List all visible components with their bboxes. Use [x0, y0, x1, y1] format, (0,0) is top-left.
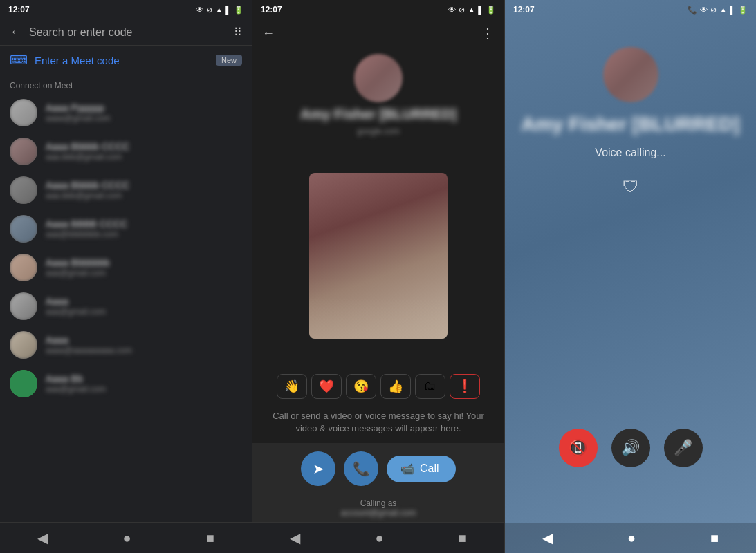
contact-email: aaa.bbb@gmail.com [46, 152, 242, 162]
status-time-middle: 12:07 [261, 5, 282, 15]
send-button[interactable]: ➤ [301, 451, 335, 486]
list-item[interactable]: Aaaa aaaa@aaaaaaaaa.com [0, 326, 252, 364]
chat-header: ← ⋮ [252, 19, 504, 47]
back-nav-icon[interactable]: ◀ [542, 529, 553, 546]
signal-icon: ▌ [225, 6, 231, 14]
call-label: Call [420, 462, 439, 475]
eye-icon: 👁 [700, 6, 708, 14]
status-bar-left: 12:07 👁 ⊘ ▲ ▌ 🔋 [0, 0, 252, 19]
block-icon: ⊘ [459, 6, 465, 15]
contact-name: Aaaa [46, 296, 242, 307]
back-nav-icon[interactable]: ◀ [290, 529, 300, 546]
contact-email: aaaa@gmail.com [46, 113, 242, 123]
new-badge: New [216, 55, 242, 66]
contact-email: aaa@gmail.com [46, 307, 242, 317]
signal-icon: ▌ [478, 6, 483, 14]
chat-image-area [252, 143, 504, 368]
reaction-kiss[interactable]: 😘 [346, 374, 376, 399]
avatar [10, 138, 37, 165]
video-call-button[interactable]: 📹 Call [387, 456, 456, 482]
calling-content: Amy Fisher [BLURRED] Voice calling... 🛡 [505, 19, 756, 415]
meet-code-row[interactable]: ⌨ Enter a Meet code New [0, 46, 252, 75]
end-call-button[interactable]: 📵 [559, 429, 598, 467]
calling-as-bar: Calling as account@gmail.com [252, 494, 504, 522]
home-nav-icon[interactable]: ● [122, 530, 131, 546]
contact-info: Aaaa Bbbbbbb aaa@gmail.com [46, 257, 242, 278]
meet-code-label: Enter a Meet code [35, 55, 209, 66]
video-icon: 📹 [400, 462, 414, 476]
contact-email: aaa@gmail.com [46, 268, 242, 278]
contact-name: Aaaa Bbbbb CCCC [46, 180, 242, 191]
bottom-nav-right: ◀ ● ■ [505, 523, 756, 553]
profile-name: Amy Fisher [BLURRED] [300, 106, 457, 122]
shield-icon: 🛡 [623, 177, 639, 196]
status-icons-left: 👁 ⊘ ▲ ▌ 🔋 [196, 6, 243, 15]
search-bar: ← Search or enter code ⠿ [0, 19, 252, 46]
bottom-nav-left: ◀ ● ■ [0, 522, 252, 553]
recents-nav-icon[interactable]: ■ [459, 530, 467, 546]
back-nav-icon[interactable]: ◀ [37, 529, 48, 546]
eye-icon: 👁 [448, 6, 456, 14]
avatar [10, 99, 37, 126]
status-icons-right: 📞 👁 ⊘ ▲ ▌ 🔋 [688, 6, 748, 15]
home-nav-icon[interactable]: ● [375, 530, 383, 546]
contact-email: aaa@gmail.com [46, 384, 242, 394]
avatar [10, 292, 37, 320]
contact-email: aaaa@aaaaaaaaa.com [46, 346, 242, 355]
contact-info: Aaaa Bbbbb CCCC aaa.bbb@gmail.com [46, 141, 242, 162]
reaction-file[interactable]: 🗂 [415, 374, 445, 399]
status-time-left: 12:07 [8, 5, 30, 15]
panel-contacts: 12:07 👁 ⊘ ▲ ▌ 🔋 ← Search or enter code ⠿… [0, 0, 252, 553]
calling-as-label: Calling as [360, 498, 397, 508]
reaction-exclaim[interactable]: ❗ [450, 374, 480, 399]
more-options-icon[interactable]: ⋮ [481, 25, 495, 41]
battery-icon: 🔋 [486, 6, 496, 15]
list-item[interactable]: Aaaa aaa@gmail.com [0, 287, 252, 326]
back-icon[interactable]: ← [10, 25, 22, 39]
recents-nav-icon[interactable]: ■ [206, 530, 214, 546]
bottom-nav-middle: ◀ ● ■ [252, 522, 504, 553]
reaction-wave[interactable]: 👋 [277, 374, 307, 399]
chat-back-icon[interactable]: ← [262, 26, 275, 41]
voice-call-button[interactable]: 📞 [344, 451, 378, 486]
mute-button[interactable]: 🎤 [664, 429, 703, 467]
reaction-thumbs-up[interactable]: 👍 [380, 374, 411, 399]
panel-chat: 12:07 👁 ⊘ ▲ ▌ 🔋 ← ⋮ Amy Fisher [BLURRED]… [252, 0, 505, 553]
contact-info: Aaaa aaa@gmail.com [46, 296, 242, 317]
wifi-icon: ▲ [215, 6, 223, 14]
calling-avatar [603, 47, 658, 102]
search-text[interactable]: Search or enter code [29, 26, 227, 39]
avatar [10, 370, 37, 397]
battery-icon: 🔋 [738, 6, 748, 15]
speaker-button[interactable]: 🔊 [611, 429, 650, 467]
contact-name: Aaaa Bbbbbbb [46, 257, 242, 268]
list-item[interactable]: Aaaa Bbbbb CCCC aaa.bbb@gmail.com [0, 171, 252, 209]
signal-icon: ▌ [730, 6, 735, 14]
list-item[interactable]: Aaaa Bbbbbbb aaa@gmail.com [0, 248, 252, 287]
list-item[interactable]: Aaaa BBBB CCCC aaa@bbbbbbb.com [0, 209, 252, 248]
profile-subtext: google.com [357, 126, 400, 136]
contact-info: Aaaa Bbbbb CCCC aaa.bbb@gmail.com [46, 180, 242, 200]
reaction-row: 👋 ❤️ 😘 👍 🗂 ❗ [252, 368, 504, 404]
wifi-icon: ▲ [468, 6, 475, 14]
chat-image [309, 173, 448, 339]
chat-prompt: Call or send a video or voice message to… [252, 404, 504, 443]
status-icons-middle: 👁 ⊘ ▲ ▌ 🔋 [448, 6, 496, 15]
list-item[interactable]: Aaaa Bbbbb CCCC aaa.bbb@gmail.com [0, 132, 252, 171]
list-item[interactable]: Aaaa Bb aaa@gmail.com [0, 364, 252, 403]
reaction-heart[interactable]: ❤️ [311, 374, 342, 399]
home-nav-icon[interactable]: ● [627, 530, 636, 546]
recents-nav-icon[interactable]: ■ [710, 530, 719, 546]
contact-info: Aaaa aaaa@aaaaaaaaa.com [46, 335, 242, 355]
list-item[interactable]: Aaaa Pppppp aaaa@gmail.com [0, 93, 252, 132]
block-icon: ⊘ [206, 6, 212, 15]
avatar [10, 254, 37, 281]
phone-icon-small: 📞 [688, 6, 697, 15]
contact-name: Aaaa Bb [46, 373, 242, 384]
eye-icon: 👁 [196, 6, 203, 14]
calling-status: Voice calling... [595, 147, 665, 159]
contact-info: Aaaa Bb aaa@gmail.com [46, 373, 242, 394]
contact-name: Aaaa BBBB CCCC [46, 218, 242, 229]
contact-name: Aaaa [46, 335, 242, 346]
grid-icon[interactable]: ⠿ [234, 26, 242, 39]
